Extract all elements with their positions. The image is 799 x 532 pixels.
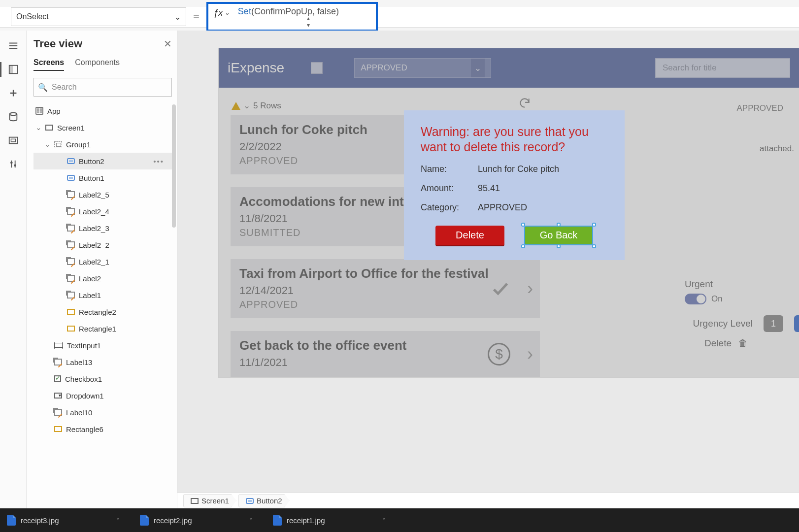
screen-icon [191,498,199,504]
field-value: Lunch for Coke pitch [478,164,559,174]
tree-item-group1[interactable]: ⌄Group1 [33,136,172,153]
tree-view-pane: Tree view ✕ Screens Components 🔍 Search … [27,31,177,532]
tree-item-label2_1[interactable]: Label2_1 [33,253,172,270]
tree-item-label2_3[interactable]: Label2_3 [33,220,172,236]
chevron-right-icon[interactable]: › [527,344,533,365]
card-date: 12/14/2021 [239,284,531,297]
media-icon[interactable] [7,135,20,146]
data-icon[interactable] [7,111,20,122]
refresh-icon[interactable] [518,97,531,109]
taskbar: receipt3.jpg ⌃ receipt2.jpg ⌃ receipt1.j… [0,508,799,532]
chevron-up-icon[interactable]: ⌃ [382,517,386,524]
tree-tabs: Screens Components [33,58,172,71]
tree-item-label2_2[interactable]: Label2_2 [33,236,172,253]
card-status: APPROVED [239,299,531,310]
tree-item-label2_5[interactable]: Label2_5 [33,186,172,203]
txtin-icon [54,343,63,348]
rect-icon [67,326,75,332]
left-rail [0,31,27,532]
tree-item-label2[interactable]: Label2 [33,270,172,287]
label-icon [54,409,62,416]
chevron-up-icon[interactable]: ⌃ [116,517,120,524]
screen-icon [45,125,53,131]
tree-item-checkbox1[interactable]: Checkbox1 [33,370,172,387]
chevron-right-icon[interactable]: › [527,278,533,299]
tree-item-label2_4[interactable]: Label2_4 [33,203,172,220]
formula-input-wrap[interactable]: ƒx⌄ Set(ConfirmPopUp, false) ▴▾ [206,2,378,32]
tree-item-label1[interactable]: Label1 [33,287,172,303]
tree-view-icon[interactable] [7,64,20,75]
expense-card[interactable]: Taxi from Airport to Office for the fest… [231,259,540,318]
delete-label: Delete [704,338,732,349]
property-selector-value: OnSelect [16,12,49,21]
tree-item-textinput1[interactable]: TextInput1 [33,337,172,354]
tree-item-screen1[interactable]: ⌄Screen1 [33,119,172,136]
formula-text[interactable]: Set(ConfirmPopUp, false) [238,6,339,17]
tree-item-label13[interactable]: Label13 [33,354,172,370]
card-title: Taxi from Airport to Office for the fest… [239,266,531,281]
insert-icon[interactable] [7,88,20,99]
selection-handle[interactable] [557,223,561,227]
popup-field: Name:Lunch for Coke pitch [421,164,608,174]
tree-item-dropdown1[interactable]: Dropdown1 [33,387,172,404]
app-header: iExpense APPROVED ⌄ Search for title [219,48,799,88]
selection-handle[interactable] [592,244,596,248]
title-search-input[interactable]: Search for title [655,58,790,78]
urgency-badge-1[interactable]: 1 [764,315,783,332]
tab-screens[interactable]: Screens [33,58,64,71]
tree-item-app[interactable]: App [33,102,172,119]
taskbar-item[interactable]: receipt2.jpg ⌃ [140,515,253,526]
tree-item-label10[interactable]: Label10 [33,404,172,421]
tree-item-rectangle2[interactable]: Rectangle2 [33,303,172,320]
file-icon [7,515,16,526]
taskbar-item[interactable]: receipt1.jpg ⌃ [273,515,386,526]
urgency-badge-2[interactable] [794,315,799,332]
fx-button[interactable]: ƒx⌄ [208,6,235,20]
formula-args: (ConfirmPopUp, false) [251,6,339,16]
detail-status: APPROVED [737,103,783,113]
go-back-button[interactable]: Go Back [524,226,593,245]
crumb-screen1[interactable]: Screen1 [183,494,236,507]
tree-item-button1[interactable]: Button1 [33,169,172,186]
tree-item-rectangle1[interactable]: Rectangle1 [33,320,172,337]
taskbar-item[interactable]: receipt3.jpg ⌃ [7,515,120,526]
dd-icon [54,393,62,399]
urgency-label: Urgency Level [693,318,753,329]
selection-handle[interactable] [557,244,561,248]
search-icon: 🔍 [38,83,48,92]
expense-card[interactable]: Get back to the office event11/1/2021$› [231,331,540,377]
property-selector[interactable]: OnSelect ⌄ [11,7,186,26]
delete-button[interactable]: Delete [435,226,504,245]
resize-handle-icon[interactable]: ▴▾ [307,15,310,29]
group-icon [54,141,62,147]
app-title: iExpense [228,60,284,76]
more-icon[interactable]: ••• [153,157,164,166]
tools-icon[interactable] [7,159,20,169]
chevron-down-icon: ⌄ [35,123,41,132]
svg-rect-3 [9,137,17,144]
selection-handle[interactable] [521,244,525,248]
detail-attached: attached. [760,144,794,154]
tab-components[interactable]: Components [75,58,120,71]
rect-icon [67,309,75,315]
hamburger-icon[interactable] [7,40,20,51]
chevron-up-icon[interactable]: ⌃ [249,517,253,524]
selection-handle[interactable] [521,223,525,227]
tree-search[interactable]: 🔍 Search [33,78,172,97]
header-checkbox[interactable] [311,62,323,74]
go-back-selection: Go Back [524,226,593,245]
tree-item-button2[interactable]: Button2••• [33,153,172,169]
scrollbar[interactable] [172,104,176,228]
equals-sign: = [193,10,200,23]
status-dropdown[interactable]: APPROVED ⌄ [354,58,491,78]
urgent-toggle[interactable] [685,294,706,304]
selection-handle[interactable] [592,223,596,227]
crumb-button2[interactable]: Button2 [238,494,290,507]
field-value: 95.41 [478,183,500,194]
close-icon[interactable]: ✕ [164,38,172,50]
tree-item-rectangle6[interactable]: Rectangle6 [33,421,172,437]
field-label: Amount: [421,183,463,194]
search-placeholder: Search [52,83,77,92]
trash-icon[interactable]: 🗑 [738,338,748,349]
app-preview: iExpense APPROVED ⌄ Search for title ⌄ 5… [219,48,799,377]
